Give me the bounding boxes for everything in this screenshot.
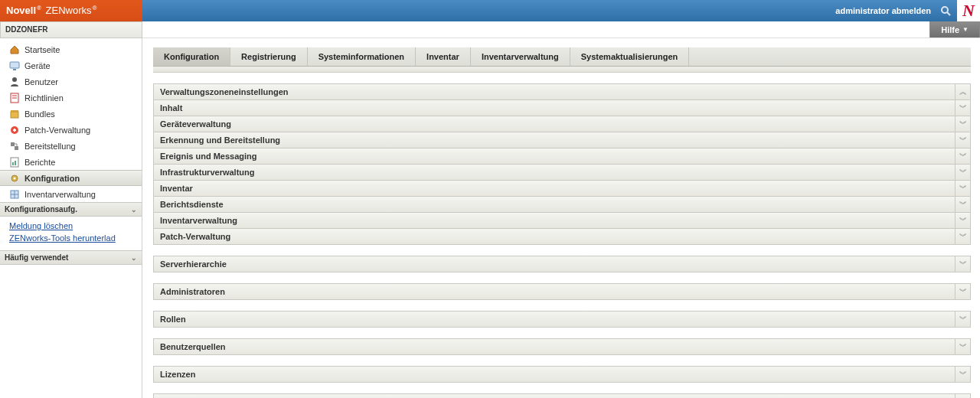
logout-link[interactable]: administrator abmelden [835,6,931,15]
panel-title: Administratoren [154,285,955,298]
sidebar-item-ger-te[interactable]: Geräte [0,57,142,73]
chevron-down-icon[interactable]: ︾ [955,213,970,228]
zone-name: DDZONEFR [0,21,142,38]
sidebar-link[interactable]: Meldung löschen [9,220,136,232]
sidebar-section-frequent[interactable]: Häufig verwendet ⌄ [0,250,142,265]
brand-company: Novell [6,5,36,17]
panel-title: Geräteverwaltung [154,117,955,131]
sidebar-section-config-tasks[interactable]: Konfigurationsaufg. ⌄ [0,202,142,217]
panel-header[interactable]: Verwaltungszoneneinstellungen︽ [153,83,971,100]
gear-icon [9,173,20,184]
panel-title: Benutzerquellen [154,340,955,354]
chevron-down-icon[interactable]: ︾ [955,181,970,196]
chevron-down-icon[interactable]: ︾ [955,165,970,180]
panel-title: Ereignis und Messaging [154,149,955,163]
tab-registrierung[interactable]: Registrierung [230,47,308,66]
sidebar-item-benutzer[interactable]: Benutzer [0,73,142,90]
home-icon [9,44,20,55]
panel-header[interactable]: Administratoren︾ [153,283,971,300]
svg-point-0 [942,7,948,13]
panel-title: Berechtigungsnachweisdepot [154,395,955,398]
sidebar-item-label: Benutzer [24,77,58,86]
sidebar-section-label: Konfigurationsaufg. [5,205,77,214]
sidebar-item-berichte[interactable]: Berichte [0,154,142,170]
chevron-down-icon[interactable]: ︾ [955,116,970,132]
svg-rect-14 [12,162,14,165]
panel-header[interactable]: Infrastrukturverwaltung︾ [153,164,971,181]
chevron-up-icon[interactable]: ︽ [955,84,970,100]
chevron-down-icon[interactable]: ︾ [955,394,970,398]
chevron-down-icon[interactable]: ︾ [955,148,970,164]
sidebar-item-label: Bundles [24,109,55,119]
panel-header[interactable]: Lizenzen︾ [153,366,971,383]
sidebar-item-label: Patch-Verwaltung [24,126,90,135]
tab-underline [153,67,971,73]
panel-title: Serverhierarchie [154,257,955,271]
panel-header[interactable]: Erkennung und Bereitstellung︾ [153,132,971,148]
panel-title: Patch-Verwaltung [154,230,955,243]
inventory-icon [9,189,20,200]
panel-title: Lizenzen [154,367,955,381]
svg-rect-3 [13,69,16,70]
chevron-down-icon[interactable]: ︾ [955,284,970,299]
sidebar-item-bereitstellung[interactable]: Bereitstellung [0,138,142,154]
panel-header[interactable]: Serverhierarchie︾ [153,256,971,272]
svg-rect-11 [11,142,15,146]
sidebar-item-startseite[interactable]: Startseite [0,41,142,57]
sidebar-link[interactable]: ZENworks-Tools herunterlad [9,232,136,244]
chevron-down-icon[interactable]: ︾ [955,100,970,116]
chevron-down-icon[interactable]: ︾ [955,229,970,244]
sidebar-item-label: Konfiguration [24,174,80,183]
panel-header[interactable]: Inhalt︾ [153,100,971,116]
panel-header[interactable]: Geräteverwaltung︾ [153,116,971,132]
help-label: Hilfe [941,25,959,34]
panel-header[interactable]: Berechtigungsnachweisdepot︾ [153,393,971,398]
sidebar-item-konfiguration[interactable]: Konfiguration [0,170,142,186]
panel-header[interactable]: Benutzerquellen︾ [153,338,971,355]
sidebar-item-label: Geräte [24,61,51,70]
sidebar-item-bundles[interactable]: Bundles [0,106,142,122]
brand-area: Novell® ZENworks® [0,0,142,21]
svg-rect-9 [11,110,18,113]
panel-header[interactable]: Berichtsdienste︾ [153,196,971,213]
panel-title: Rollen [154,312,955,326]
sidebar-item-label: Berichte [24,158,55,167]
chevron-down-icon[interactable]: ︾ [955,367,970,382]
svg-point-17 [14,177,16,179]
tab-systemaktualisierungen[interactable]: Systemaktualisierungen [570,47,690,66]
sidebar-section-label: Häufig verwendet [5,253,68,262]
sidebar-item-richtlinien[interactable]: Richtlinien [0,90,142,106]
sidebar-item-patch-verwaltung[interactable]: Patch-Verwaltung [0,122,142,138]
chevron-down-icon[interactable]: ︾ [955,256,970,272]
panel-title: Berichtsdienste [154,197,955,211]
sidebar-item-inventarverwaltung[interactable]: Inventarverwaltung [0,186,142,202]
svg-rect-12 [15,146,18,150]
tab-inventarverwaltung[interactable]: Inventarverwaltung [471,47,570,66]
user-icon [9,77,20,87]
panel-title: Infrastrukturverwaltung [154,165,955,179]
chevron-down-icon[interactable]: ︾ [955,339,970,354]
panel-title: Erkennung und Bereitstellung [154,133,955,147]
panel-header[interactable]: Patch-Verwaltung︾ [153,228,971,245]
search-icon[interactable] [940,5,951,16]
tab-inventar[interactable]: Inventar [416,47,471,66]
tab-konfiguration[interactable]: Konfiguration [153,47,230,66]
svg-line-1 [947,12,950,15]
chevron-down-icon: ⌄ [131,254,137,262]
policy-icon [9,93,20,103]
tab-systeminformationen[interactable]: Systeminformationen [308,47,416,66]
panel-header[interactable]: Ereignis und Messaging︾ [153,148,971,165]
svg-rect-2 [10,62,19,68]
chevron-down-icon[interactable]: ︾ [955,312,970,327]
chevron-down-icon[interactable]: ︾ [955,132,970,148]
sidebar-item-label: Startseite [24,45,60,54]
panel-header[interactable]: Inventarverwaltung︾ [153,212,971,229]
main-content: KonfigurationRegistrierungSysteminformat… [142,38,980,398]
monitor-icon [9,60,20,71]
chevron-down-icon[interactable]: ︾ [955,197,970,212]
panel-header[interactable]: Inventar︾ [153,180,971,197]
panel-header[interactable]: Rollen︾ [153,311,971,328]
help-menu[interactable]: Hilfe ▼ [929,21,980,38]
panel-title: Inventar [154,181,955,195]
tab-bar: KonfigurationRegistrierungSysteminformat… [153,47,971,67]
